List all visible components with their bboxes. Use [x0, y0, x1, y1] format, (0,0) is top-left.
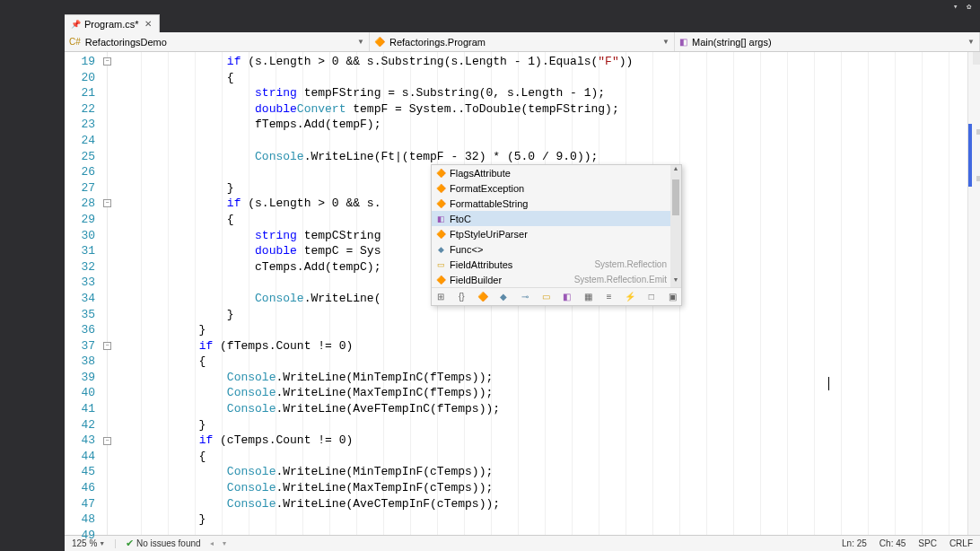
nav-method[interactable]: ◧ Main(string[] args) ▼	[675, 32, 980, 51]
fold-toggle[interactable]: −	[103, 199, 111, 207]
completion-label: FieldBuilder	[450, 275, 502, 285]
code-line[interactable]: string tempFString = s.Substring(0, s.Le…	[115, 85, 967, 101]
intellisense-item[interactable]: 🔶FormattableString	[432, 196, 681, 211]
scrollbar-thumb[interactable]	[672, 179, 679, 215]
nav-method-label: Main(string[] args)	[692, 37, 772, 48]
filter-constant-icon[interactable]: ▦	[582, 291, 595, 303]
filter-target-icon[interactable]: ⊞	[434, 291, 447, 303]
completion-label: FlagsAttribute	[450, 168, 511, 179]
code-line[interactable]: }	[115, 307, 967, 323]
line-number: 49	[65, 528, 95, 544]
line-number: 40	[65, 385, 95, 401]
intellisense-item[interactable]: ▭FieldAttributesSystem.Reflection	[432, 257, 681, 272]
code-line[interactable]	[115, 528, 967, 544]
completion-kind-icon: 🔶	[434, 182, 447, 195]
completion-kind-icon: 🔶	[434, 228, 447, 241]
intellisense-item[interactable]: ◆Func<>	[432, 241, 681, 257]
filter-class-icon[interactable]: 🔶	[477, 291, 489, 303]
code-line[interactable]: Console.WriteLine(MinTempInC(fTemps));	[115, 370, 967, 386]
nav-class[interactable]: 🔶 Refactorings.Program ▼	[370, 32, 675, 51]
dropdown-icon[interactable]: ▾	[953, 2, 962, 11]
code-line[interactable]: if (cTemps.Count != 0)	[115, 433, 967, 449]
intellisense-item[interactable]: 🔶FtpStyleUriParser	[432, 226, 681, 241]
overview-ruler[interactable]	[967, 52, 980, 535]
intellisense-item[interactable]: 🔶FormatException	[432, 180, 681, 196]
line-number: 48	[65, 512, 95, 528]
code-line[interactable]: Console.WriteLine(AveCTempInF(cTemps));	[115, 496, 967, 512]
csharp-project-icon: C#	[69, 37, 81, 47]
code-line[interactable]: {	[115, 70, 967, 86]
code-line[interactable]: fTemps.Add(tempF);	[115, 117, 967, 133]
completion-kind-icon: ▭	[434, 258, 447, 271]
intellisense-scrollbar[interactable]: ▲ ▼	[670, 165, 681, 287]
filter-enum-icon[interactable]: ▭	[540, 291, 553, 303]
navigation-bar: C# RefactoringsDemo ▼ 🔶 Refactorings.Pro…	[0, 32, 980, 52]
filter-namespace-icon[interactable]: {}	[456, 291, 468, 303]
nav-project-label: RefactoringsDemo	[85, 37, 167, 48]
line-number: 37	[65, 338, 95, 354]
settings-icon[interactable]: ✿	[967, 2, 976, 11]
fold-toggle[interactable]: −	[103, 437, 111, 445]
code-line[interactable]	[115, 133, 967, 149]
line-number: 41	[65, 401, 95, 417]
method-icon: ◧	[679, 37, 687, 47]
top-bar: ▾ ✿	[0, 0, 980, 13]
viewport-indicator	[968, 124, 972, 187]
intellisense-item[interactable]: ◧FtoC	[432, 211, 681, 226]
code-line[interactable]: if (s.Length > 0 && s.Substring(s.Length…	[115, 54, 967, 70]
code-line[interactable]: Console.WriteLine(MaxTempInF(cTemps));	[115, 480, 967, 496]
code-line[interactable]: Console.WriteLine(MaxTempInC(fTemps));	[115, 385, 967, 401]
line-number: 43	[65, 433, 95, 449]
completion-kind-icon: 🔶	[434, 274, 447, 286]
code-line[interactable]: if (fTemps.Count != 0)	[115, 338, 967, 354]
line-number: 33	[65, 275, 95, 291]
nav-project[interactable]: C# RefactoringsDemo ▼	[65, 32, 370, 51]
code-line[interactable]: Console.WriteLine(AveFTempInC(fTemps));	[115, 401, 967, 417]
code-line[interactable]: doubleConvert tempF = System..ToDouble(t…	[115, 101, 967, 118]
code-line[interactable]: }	[115, 417, 967, 433]
nav-class-label: Refactorings.Program	[389, 37, 486, 48]
intellisense-item[interactable]: 🔶FlagsAttribute	[432, 165, 681, 180]
fold-toggle[interactable]: −	[103, 342, 111, 350]
code-line[interactable]: Console.WriteLine(Ft|(tempF - 32) * (5.0…	[115, 149, 967, 165]
completion-label: Func<>	[450, 244, 483, 255]
window-left-margin	[0, 13, 65, 551]
fold-toggle[interactable]: −	[103, 57, 111, 66]
line-number: 47	[65, 496, 95, 512]
intellisense-item[interactable]: 🔶FieldBuilderSystem.Reflection.Emit	[432, 272, 681, 287]
line-number: 27	[65, 180, 95, 197]
filter-field-icon[interactable]: ≡	[603, 291, 616, 303]
code-line[interactable]: {	[115, 354, 967, 370]
code-line[interactable]: }	[115, 322, 967, 338]
filter-interface-icon[interactable]: ⊸	[519, 291, 531, 303]
line-number: 25	[65, 149, 95, 165]
filter-delegate-icon[interactable]: ◧	[561, 291, 573, 303]
line-number: 29	[65, 212, 95, 228]
code-line[interactable]: }	[115, 512, 967, 528]
line-number: 38	[65, 354, 95, 370]
filter-struct-icon[interactable]: ◆	[498, 291, 511, 303]
close-icon[interactable]: ✕	[144, 19, 152, 29]
scroll-mark	[976, 129, 980, 135]
fold-column: − − − −	[102, 52, 115, 535]
line-number: 23	[65, 117, 95, 133]
line-number: 19	[65, 54, 95, 70]
line-number: 30	[65, 228, 95, 244]
line-number: 42	[65, 417, 95, 433]
code-line[interactable]: Console.WriteLine(MinTempInF(cTemps));	[115, 464, 967, 480]
split-handle[interactable]	[973, 52, 980, 65]
completion-label: FormattableString	[450, 198, 528, 209]
filter-method-icon[interactable]: ▣	[667, 291, 679, 303]
code-line[interactable]: {	[115, 449, 967, 465]
line-number-gutter: 1920212223242526272829303132333435363738…	[65, 52, 102, 535]
file-tab[interactable]: 📌 Program.cs* ✕	[63, 14, 160, 32]
chevron-down-icon: ▼	[967, 38, 975, 46]
filter-property-icon[interactable]: □	[645, 291, 658, 303]
line-number: 34	[65, 291, 95, 307]
text-cursor	[828, 377, 829, 390]
filter-event-icon[interactable]: ⚡	[625, 291, 637, 303]
line-number: 45	[65, 464, 95, 480]
completion-label: FormatException	[450, 183, 524, 194]
completion-kind-icon: 🔶	[434, 167, 447, 179]
pin-icon[interactable]: 📌	[71, 20, 81, 29]
